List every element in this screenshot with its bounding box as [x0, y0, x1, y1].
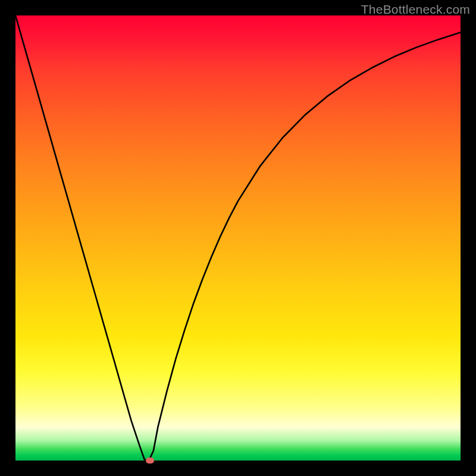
plot-area — [15, 15, 461, 461]
minimum-marker — [146, 458, 154, 464]
watermark-text: TheBottleneck.com — [361, 2, 470, 17]
curve-svg — [15, 15, 461, 461]
chart-frame: TheBottleneck.com — [0, 0, 476, 476]
bottleneck-curve — [15, 15, 461, 461]
